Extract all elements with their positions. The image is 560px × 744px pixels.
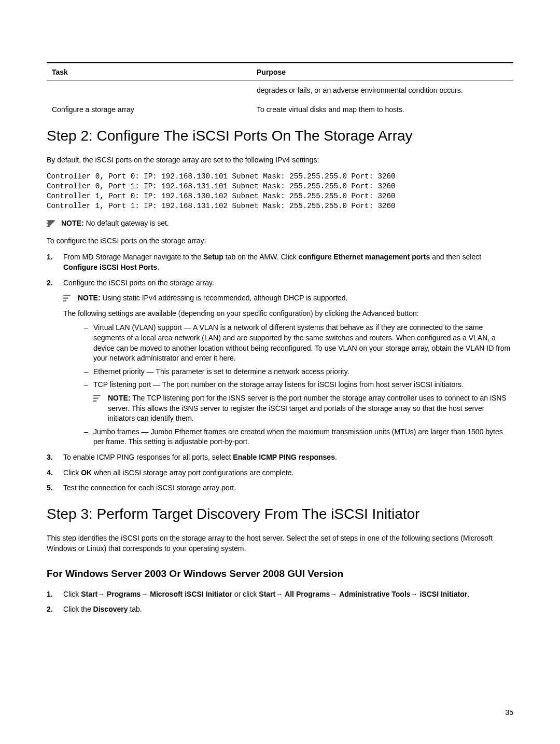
table-cell-purpose: To create virtual disks and map them to … [257, 105, 513, 115]
subitem-text: TCP listening port — The port number on … [93, 380, 464, 389]
step-text: To enable ICMP PING responses for all po… [63, 453, 337, 461]
note-icon [47, 219, 56, 228]
note-label: NOTE: [61, 219, 84, 227]
list-item: To enable ICMP PING responses for all po… [47, 452, 513, 463]
note-label: NOTE: [78, 294, 101, 302]
step-text: Configure the iSCSI ports on the storage… [63, 279, 214, 287]
note-label: NOTE: [108, 394, 131, 402]
note-no-gateway: NOTE: No default gateway is set. [47, 218, 513, 229]
step-text: Test the connection for each iSCSI stora… [63, 484, 236, 492]
note-body: Using static IPv4 addressing is recommen… [101, 294, 348, 302]
note-text: NOTE: The TCP listening port for the iSN… [108, 393, 513, 424]
table-header-purpose: Purpose [257, 67, 513, 78]
table-header-task: Task [47, 67, 257, 78]
svg-rect-6 [93, 395, 101, 396]
table-cell-task [47, 86, 257, 96]
step3-steps: Click Start→ Programs→ Microsoft iSCSI I… [47, 589, 513, 615]
list-item: Configure the iSCSI ports on the storage… [47, 278, 513, 447]
svg-rect-4 [63, 298, 68, 299]
table-top-rule [47, 62, 513, 63]
step-text: Click OK when all iSCSI storage array po… [63, 469, 293, 477]
list-item: Click OK when all iSCSI storage array po… [47, 468, 513, 478]
note-body: The TCP listening port for the iSNS serv… [108, 394, 507, 422]
list-item: Click the Discovery tab. [47, 604, 513, 615]
note-static-ipv4: NOTE: Using static IPv4 addressing is re… [63, 293, 513, 304]
list-item: TCP listening port — The port number on … [84, 380, 513, 423]
note-text: NOTE: No default gateway is set. [61, 218, 513, 229]
table-cell-task: Configure a storage array [47, 105, 257, 115]
iscsi-defaults-code: Controller 0, Port 0: IP: 192.168.130.10… [47, 172, 513, 212]
svg-rect-0 [47, 221, 54, 222]
svg-rect-5 [63, 300, 67, 301]
list-item: Virtual LAN (VLAN) support — A VLAN is a… [84, 323, 513, 363]
step3-intro: This step identifies the iSCSI ports on … [47, 533, 513, 554]
list-item: Click Start→ Programs→ Microsoft iSCSI I… [47, 589, 513, 600]
table-header-rule [47, 80, 513, 80]
step2-steps: From MD Storage Manager navigate to the … [47, 252, 513, 493]
step-text: Click the Discovery tab. [63, 605, 142, 613]
step-text: From MD Storage Manager navigate to the … [63, 253, 481, 271]
note-text: NOTE: Using static IPv4 addressing is re… [78, 293, 513, 304]
section-title-step3: Step 3: Perform Target Discovery From Th… [47, 504, 513, 524]
note-icon [63, 294, 73, 303]
step-advanced-intro: The following settings are available (de… [63, 309, 513, 319]
table-body: degrades or fails, or an adverse environ… [47, 86, 513, 115]
step-text: Click Start→ Programs→ Microsoft iSCSI I… [63, 590, 469, 598]
note-body: No default gateway is set. [84, 219, 169, 227]
list-item: From MD Storage Manager navigate to the … [47, 252, 513, 272]
svg-rect-1 [47, 223, 52, 224]
advanced-sublist: Virtual LAN (VLAN) support — A VLAN is a… [63, 323, 513, 447]
subsection-windows: For Windows Server 2003 Or Windows Serve… [47, 567, 513, 581]
svg-rect-7 [93, 397, 99, 398]
svg-rect-2 [47, 226, 50, 227]
page-number: 35 [505, 708, 513, 718]
table-row: degrades or fails, or an adverse environ… [47, 86, 513, 96]
step2-intro: By default, the iSCSI ports on the stora… [47, 155, 513, 166]
list-item: Jumbo frames — Jumbo Ethernet frames are… [84, 427, 513, 447]
step2-lead: To configure the iSCSI ports on the stor… [47, 236, 513, 246]
list-item: Ethernet priority — This parameter is se… [84, 367, 513, 377]
table-row: Configure a storage array To create virt… [47, 105, 513, 115]
section-title-step2: Step 2: Configure The iSCSI Ports On The… [47, 126, 513, 146]
note-icon [93, 394, 103, 403]
list-item: Test the connection for each iSCSI stora… [47, 483, 513, 493]
svg-rect-3 [63, 295, 71, 296]
note-tcp-port: NOTE: The TCP listening port for the iSN… [93, 393, 513, 424]
table-cell-purpose: degrades or fails, or an adverse environ… [257, 86, 513, 96]
table-header-row: Task Purpose [47, 65, 513, 80]
svg-rect-8 [93, 401, 97, 402]
